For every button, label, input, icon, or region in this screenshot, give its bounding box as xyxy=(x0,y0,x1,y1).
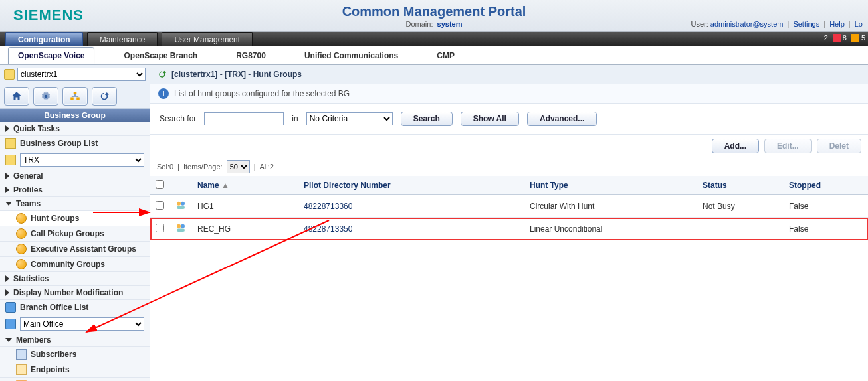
group-icon xyxy=(16,244,27,254)
sidebar-item-label: Executive Assistant Groups xyxy=(31,244,136,254)
search-bar: Search for in No Criteria Search Show Al… xyxy=(150,104,868,135)
group-icon xyxy=(16,228,27,239)
search-criteria-select[interactable]: No Criteria xyxy=(306,112,393,125)
advanced-button[interactable]: Advanced... xyxy=(527,112,597,126)
sidebar-item-statistics[interactable]: Statistics xyxy=(0,272,150,286)
svg-rect-9 xyxy=(177,229,185,232)
cell-name: HG1 xyxy=(192,195,298,218)
bg-select-row: TRX xyxy=(0,151,150,169)
cluster-select[interactable]: clustertrx1 xyxy=(17,68,146,81)
domain-label: Domain: xyxy=(406,20,433,28)
chevron-right-icon xyxy=(5,289,9,296)
content-area: [clustertrx1] - [TRX] - Hunt Groups i Li… xyxy=(150,65,868,381)
main-tabs: Configuration Maintenance User Managemen… xyxy=(0,32,868,46)
items-per-page-select[interactable]: 50 xyxy=(227,160,250,173)
sidebar-item-display-number-modification[interactable]: Display Number Modification xyxy=(0,286,150,300)
sidebar-item-subscribers[interactable]: Subscribers xyxy=(0,347,150,362)
sel-count: Sel:0 xyxy=(157,163,173,171)
svg-rect-2 xyxy=(70,98,74,100)
home-icon xyxy=(11,90,23,102)
pager-row: Sel:0 | Items/Page: 50 | All:2 xyxy=(150,157,868,176)
search-label: Search for xyxy=(160,114,196,123)
main-office-select[interactable]: Main Office xyxy=(20,317,144,331)
cell-hunt: Linear Unconditional xyxy=(524,218,697,240)
sidebar-item-quick-tasks[interactable]: Quick Tasks xyxy=(0,122,150,136)
sidebar-item-call-pickup-groups[interactable]: Call Pickup Groups xyxy=(0,226,150,242)
org-icon xyxy=(5,155,16,165)
cell-pilot-link[interactable]: 48228713350 xyxy=(304,224,352,234)
sidebar-item-label: Teams xyxy=(16,199,41,208)
status-orange-icon xyxy=(851,34,859,42)
svg-point-7 xyxy=(177,224,181,228)
settings-button[interactable] xyxy=(33,87,58,106)
svg-point-4 xyxy=(177,202,181,206)
sidebar-item-exec-assistant-groups[interactable]: Executive Assistant Groups xyxy=(0,242,150,257)
select-all-checkbox[interactable] xyxy=(156,180,164,189)
portal-title: Common Management Portal xyxy=(0,4,868,19)
bg-select[interactable]: TRX xyxy=(20,153,144,167)
col-name[interactable]: Name xyxy=(197,181,219,190)
refresh-icon[interactable] xyxy=(157,69,167,80)
sidebar-item-general[interactable]: General xyxy=(0,169,150,183)
tab-configuration[interactable]: Configuration xyxy=(5,32,83,46)
link-help[interactable]: Help xyxy=(829,20,845,28)
subtab-unified-communications[interactable]: Unified Communications xyxy=(295,48,407,64)
row-checkbox[interactable] xyxy=(156,224,164,232)
sidebar-item-label: General xyxy=(13,171,43,181)
sidebar-item-media-servers[interactable]: Media Servers xyxy=(0,378,150,381)
sidebar-item-profiles[interactable]: Profiles xyxy=(0,183,150,197)
refresh-button[interactable] xyxy=(92,87,117,106)
search-input[interactable] xyxy=(204,112,284,125)
sidebar-item-teams[interactable]: Teams xyxy=(0,197,150,211)
col-status[interactable]: Status xyxy=(697,176,784,195)
sidebar-item-bg-list[interactable]: Business Group List xyxy=(0,136,150,151)
subtab-openscape-voice[interactable]: OpenScape Voice xyxy=(8,47,94,64)
sidebar-item-hunt-groups[interactable]: Hunt Groups xyxy=(0,211,150,226)
link-settings[interactable]: Settings xyxy=(793,20,819,28)
col-stopped[interactable]: Stopped xyxy=(784,176,868,195)
all-count: All:2 xyxy=(260,163,274,171)
user-line: User: administrator@system | Settings | … xyxy=(691,20,863,28)
svg-rect-1 xyxy=(74,92,77,94)
link-logout[interactable]: Lo xyxy=(855,20,863,28)
svg-rect-6 xyxy=(177,206,185,210)
subtab-rg8700[interactable]: RG8700 xyxy=(227,48,275,64)
table-row[interactable]: REC_HG 48228713350 Linear Unconditional … xyxy=(150,218,868,240)
sidebar-item-endpoints[interactable]: Endpoints xyxy=(0,362,150,378)
endpoint-icon xyxy=(16,364,27,375)
search-button[interactable]: Search xyxy=(401,112,453,126)
subtab-openscape-branch[interactable]: OpenScape Branch xyxy=(114,48,207,64)
group-icon xyxy=(16,213,27,224)
show-all-button[interactable]: Show All xyxy=(461,112,519,126)
tab-user-management[interactable]: User Management xyxy=(162,32,253,46)
top-header: SIEMENS Common Management Portal Domain:… xyxy=(0,0,868,32)
row-checkbox[interactable] xyxy=(156,201,164,210)
cell-pilot-link[interactable]: 48228713360 xyxy=(304,202,352,211)
sidebar-item-members[interactable]: Members xyxy=(0,333,150,347)
cluster-selector-row: clustertrx1 xyxy=(0,65,150,84)
user-value[interactable]: administrator@system xyxy=(710,20,784,28)
add-button[interactable]: Add... xyxy=(712,139,759,153)
nav-icon-row xyxy=(0,84,150,109)
col-hunt[interactable]: Hunt Type xyxy=(524,176,697,195)
org-icon xyxy=(5,138,16,149)
org-button[interactable] xyxy=(62,87,88,106)
sidebar-item-branch-office-list[interactable]: Branch Office List xyxy=(0,300,150,315)
cell-status: Not Busy xyxy=(697,195,784,218)
col-pilot[interactable]: Pilot Directory Number xyxy=(298,176,524,195)
tab-maintenance[interactable]: Maintenance xyxy=(87,32,158,46)
breadcrumb-text: [clustertrx1] - [TRX] - Hunt Groups xyxy=(171,70,302,79)
table-row[interactable]: HG1 48228713360 Circular With Hunt Not B… xyxy=(150,195,868,218)
subtab-cmp[interactable]: CMP xyxy=(427,48,464,64)
info-row: i List of hunt groups configured for the… xyxy=(150,84,868,104)
sidebar-item-community-groups[interactable]: Community Groups xyxy=(0,257,150,272)
chevron-down-icon xyxy=(5,202,12,206)
sidebar-item-label: Quick Tasks xyxy=(13,124,60,133)
hunt-groups-table: Name ▲ Pilot Directory Number Hunt Type … xyxy=(150,176,868,240)
delete-button[interactable]: Delet xyxy=(817,139,861,153)
home-button[interactable] xyxy=(4,87,29,106)
search-in-label: in xyxy=(292,114,298,123)
business-group-bar: Business Group xyxy=(0,109,150,122)
building-icon xyxy=(5,319,16,329)
edit-button[interactable]: Edit... xyxy=(764,139,812,153)
